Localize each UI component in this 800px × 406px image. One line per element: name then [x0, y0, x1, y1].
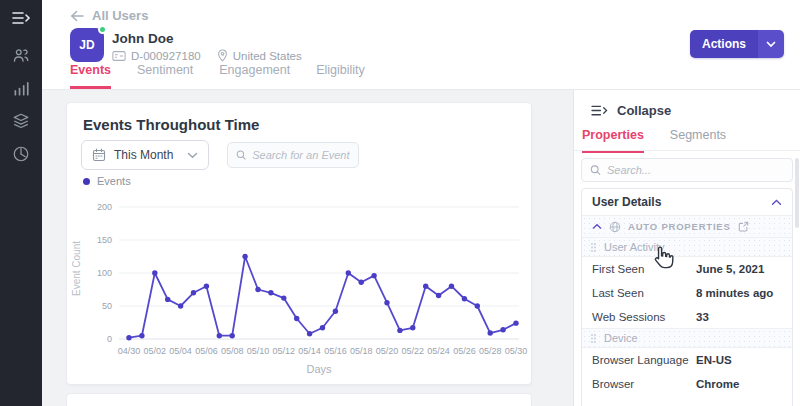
calendar-icon [92, 148, 106, 162]
svg-text:05/22: 05/22 [402, 346, 425, 356]
online-status-dot [98, 25, 107, 34]
user-name: John Doe [112, 31, 174, 46]
property-label: Browser Language [592, 354, 696, 366]
actions-dropdown-toggle[interactable] [758, 30, 784, 58]
group-user-activity[interactable]: User Activity [582, 237, 792, 257]
auto-properties-label: AUTO PROPERTIES [628, 221, 731, 232]
x-axis-label: Days [119, 363, 519, 375]
svg-text:05/10: 05/10 [247, 346, 270, 356]
event-search-input[interactable] [252, 149, 350, 161]
user-details-card: User Details AUTO PROPERTIES [581, 188, 793, 406]
property-row-browser-language: Browser Language EN-US [582, 348, 792, 372]
property-row-browser: Browser Chrome [582, 372, 792, 396]
tab-eligibility[interactable]: Eligibility [316, 63, 365, 89]
panel-scrollbar-thumb[interactable] [795, 158, 799, 228]
group-label: Device [604, 332, 638, 344]
svg-text:0: 0 [107, 334, 112, 344]
collapse-label: Collapse [617, 103, 671, 118]
property-value: June 5, 2021 [696, 263, 764, 275]
search-icon [590, 164, 601, 176]
svg-text:05/30: 05/30 [505, 346, 528, 356]
globe-icon [609, 221, 621, 233]
svg-text:05/04: 05/04 [169, 346, 192, 356]
svg-text:50: 50 [102, 301, 112, 311]
property-value: 8 minutes ago [696, 287, 773, 299]
property-row-first-seen: First Seen June 5, 2021 [582, 257, 792, 281]
page-header: All Users JD John Doe D-000927180 United… [42, 0, 800, 90]
svg-text:05/02: 05/02 [144, 346, 167, 356]
properties-search-input[interactable] [607, 164, 784, 176]
user-meta: D-000927180 United States [112, 49, 302, 62]
svg-text:04/30: 04/30 [118, 346, 141, 356]
chevron-down-icon [187, 152, 198, 159]
date-range-value: This Month [114, 148, 179, 162]
id-badge-icon [112, 50, 126, 62]
tab-sentiment[interactable]: Sentiment [137, 63, 193, 89]
svg-text:05/06: 05/06 [195, 346, 218, 356]
legend-dot [83, 178, 90, 185]
properties-panel: Collapse Properties Segments User Detail… [573, 90, 800, 406]
location-pin-icon [217, 49, 228, 62]
property-label: Browser [592, 378, 696, 390]
svg-text:05/08: 05/08 [221, 346, 244, 356]
property-value: 33 [696, 311, 709, 323]
svg-text:05/14: 05/14 [298, 346, 321, 356]
svg-text:100: 100 [97, 268, 112, 278]
chevron-down-icon [766, 41, 776, 48]
svg-text:05/18: 05/18 [350, 346, 373, 356]
user-details-title: User Details [592, 195, 771, 209]
user-details-header[interactable]: User Details [582, 189, 792, 216]
chevron-up-icon[interactable] [592, 223, 602, 230]
layers-icon[interactable] [12, 112, 30, 130]
search-icon [236, 149, 246, 161]
main-content: Events Throughout Time This Month Events [42, 90, 573, 406]
svg-text:05/20: 05/20 [376, 346, 399, 356]
svg-text:05/12: 05/12 [273, 346, 296, 356]
property-value: EN-US [696, 354, 732, 366]
auto-properties-row[interactable]: AUTO PROPERTIES [582, 216, 792, 238]
svg-text:05/26: 05/26 [453, 346, 476, 356]
group-label: User Activity [604, 241, 665, 253]
svg-text:200: 200 [97, 202, 112, 212]
drag-handle-icon[interactable] [590, 242, 597, 253]
svg-text:150: 150 [97, 235, 112, 245]
actions-button[interactable]: Actions [690, 30, 784, 58]
users-icon[interactable] [12, 46, 30, 64]
property-label: Web Sessions [592, 311, 696, 323]
collapse-button[interactable]: Collapse [590, 103, 671, 118]
date-range-select[interactable]: This Month [81, 140, 209, 170]
properties-search [581, 158, 793, 182]
svg-text:05/24: 05/24 [427, 346, 450, 356]
events-chart-card: Events Throughout Time This Month Events [66, 102, 532, 385]
next-card-edge [66, 393, 532, 406]
bar-chart-icon[interactable] [12, 79, 30, 97]
app-window: All Users JD John Doe D-000927180 United… [0, 0, 800, 406]
user-id: D-000927180 [131, 50, 201, 62]
back-link[interactable]: All Users [70, 8, 148, 23]
property-row-web-sessions: Web Sessions 33 [582, 305, 792, 329]
chevron-up-icon[interactable] [771, 199, 782, 206]
tab-events[interactable]: Events [70, 63, 111, 89]
group-device[interactable]: Device [582, 328, 792, 348]
arrow-left-icon [70, 10, 85, 22]
menu-expand-icon[interactable] [11, 10, 31, 26]
user-country: United States [233, 50, 302, 62]
drag-handle-icon[interactable] [590, 333, 597, 344]
chart-title: Events Throughout Time [83, 116, 259, 133]
menu-collapse-icon [590, 103, 609, 118]
property-row-last-seen: Last Seen 8 minutes ago [582, 281, 792, 305]
panel-divider [574, 150, 800, 151]
pie-chart-icon[interactable] [12, 145, 30, 163]
events-line-chart: 05010015020004/3005/0205/0405/0605/0805/… [67, 191, 533, 363]
external-link-icon[interactable] [738, 221, 749, 232]
property-value: Chrome [696, 378, 739, 390]
event-search [227, 142, 359, 168]
tab-engagement[interactable]: Engagement [219, 63, 290, 89]
back-label: All Users [92, 8, 148, 23]
profile-tabs: Events Sentiment Engagement Eligibility [70, 63, 365, 89]
legend-label: Events [97, 175, 131, 187]
sidebar [0, 0, 42, 406]
property-label: First Seen [592, 263, 696, 275]
svg-text:05/28: 05/28 [479, 346, 502, 356]
actions-button-label[interactable]: Actions [690, 30, 758, 58]
